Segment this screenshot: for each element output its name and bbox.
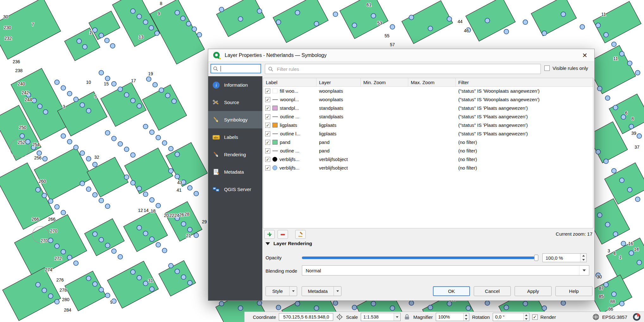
- map-point: [175, 152, 180, 157]
- map-point: [637, 134, 642, 139]
- rule-symbol-square[interactable]: [272, 123, 278, 127]
- map-point: [37, 151, 42, 156]
- rule-symbol-empty[interactable]: [272, 89, 278, 93]
- map-point: [61, 250, 66, 254]
- map-point: [99, 288, 104, 292]
- rule-symbol-square[interactable]: [272, 106, 278, 110]
- rule-symbol-line[interactable]: [272, 148, 278, 153]
- rule-checkbox[interactable]: ✓: [265, 123, 270, 128]
- opacity-spinbox[interactable]: 100,0 %: [542, 253, 587, 262]
- sidebar-item-source[interactable]: Source: [208, 94, 262, 111]
- cancel-button[interactable]: Cancel: [474, 286, 511, 296]
- map-point: [604, 282, 609, 287]
- rule-checkbox[interactable]: ✓: [265, 97, 270, 102]
- ok-button[interactable]: OK: [433, 286, 470, 296]
- spin-down-icon[interactable]: [580, 258, 586, 262]
- extent-tracking-icon[interactable]: [336, 313, 343, 320]
- blending-mode-select[interactable]: Normal: [302, 265, 589, 276]
- spin-down-icon[interactable]: [524, 317, 529, 321]
- map-point: [629, 124, 634, 129]
- map-point: [175, 10, 180, 15]
- edit-rule-button[interactable]: [295, 230, 306, 239]
- add-rule-button[interactable]: [264, 230, 275, 239]
- rotation-spinbox[interactable]: 0,0 °: [493, 313, 529, 321]
- rule-symbol-line[interactable]: [272, 114, 278, 119]
- lock-icon[interactable]: [403, 313, 410, 320]
- style-dropdown-icon[interactable]: [289, 287, 297, 296]
- sidebar-item-qgis-server[interactable]: QGIS Server: [208, 181, 262, 198]
- rule-row[interactable]: ✓outline l...ligplaats("status" IS 'Plaa…: [263, 129, 593, 138]
- rule-checkbox[interactable]: ✓: [265, 157, 270, 162]
- rule-checkbox[interactable]: ✓: [265, 114, 270, 119]
- globe-icon[interactable]: [592, 313, 599, 320]
- rule-row[interactable]: ✓outline ...standplaats("status" IS 'Pla…: [263, 112, 593, 121]
- map-point: [74, 261, 78, 266]
- rotation-label: Rotation: [472, 314, 490, 320]
- filter-rules-input[interactable]: [276, 66, 538, 72]
- spin-up-icon[interactable]: [580, 254, 586, 258]
- sidebar-item-symbology[interactable]: Symbology: [208, 111, 262, 128]
- opacity-slider-handle[interactable]: [534, 255, 538, 261]
- visible-rules-only[interactable]: Visible rules only: [544, 65, 588, 71]
- rule-label: outline ...: [280, 114, 299, 119]
- rule-row[interactable]: ✓fill woo...woonplaats("status" IS 'Woon…: [263, 87, 593, 95]
- sidebar-item-labels[interactable]: abcLabels: [208, 128, 262, 146]
- rule-checkbox[interactable]: ✓: [265, 89, 270, 94]
- style-button-label: Style: [266, 288, 289, 294]
- rule-symbol-square[interactable]: [272, 140, 278, 145]
- spin-down-icon[interactable]: [464, 317, 469, 321]
- magnifier-spinbox[interactable]: 100%: [436, 313, 469, 321]
- scale-combo[interactable]: 1:1.538: [361, 313, 401, 321]
- rule-checkbox[interactable]: ✓: [265, 165, 270, 170]
- rule-symbol-line[interactable]: [272, 131, 278, 136]
- map-point: [36, 188, 41, 192]
- rule-checkbox[interactable]: ✓: [265, 131, 270, 136]
- map-label: 30: [597, 274, 602, 279]
- rule-row[interactable]: ✓verblijfs...verblijfsobject(no filter): [263, 155, 593, 164]
- map-label: 22: [169, 213, 174, 218]
- rule-row[interactable]: ✓outline ...pand(no filter): [263, 146, 593, 155]
- map-label: 11: [601, 12, 606, 17]
- rule-checkbox[interactable]: ✓: [265, 148, 270, 153]
- sidebar-search-input[interactable]: [210, 64, 261, 73]
- rule-row[interactable]: ✓ligplaatsligplaats("status" IS 'Plaats …: [263, 121, 593, 129]
- style-button[interactable]: Style: [266, 286, 297, 296]
- rule-checkbox[interactable]: ✓: [265, 106, 270, 111]
- sidebar-item-information[interactable]: iInformation: [208, 76, 262, 94]
- qgis-server-icon: [212, 186, 220, 193]
- apply-button[interactable]: Apply: [515, 286, 552, 296]
- metadata-button[interactable]: Metadata: [302, 286, 341, 296]
- chevron-down-icon[interactable]: [394, 313, 400, 321]
- sidebar-item-metadata[interactable]: Metadata: [208, 163, 262, 181]
- map-point: [621, 241, 626, 246]
- metadata-dropdown-icon[interactable]: [334, 287, 341, 296]
- visible-rules-checkbox[interactable]: [544, 65, 550, 71]
- blending-mode-value: Normal: [306, 268, 321, 273]
- dialog-titlebar[interactable]: Layer Properties - Netherlands — Symbolo…: [208, 49, 594, 62]
- rule-row[interactable]: ✓pandpand(no filter): [263, 138, 593, 146]
- map-point: [219, 301, 224, 306]
- rule-row[interactable]: ✓verblijfs...verblijfsobject(no filter): [263, 164, 593, 172]
- rule-symbol-circle[interactable]: [272, 165, 277, 170]
- filter-rules-field[interactable]: [265, 64, 541, 74]
- rule-checkbox[interactable]: ✓: [265, 140, 270, 145]
- spin-up-icon[interactable]: [464, 313, 469, 317]
- rule-symbol-line[interactable]: [272, 97, 278, 102]
- map-label: 26: [179, 212, 184, 217]
- layer-rendering-header[interactable]: Layer Rendering: [266, 241, 312, 246]
- spin-up-icon[interactable]: [524, 313, 529, 317]
- help-button[interactable]: Help: [555, 286, 592, 296]
- map-point: [80, 151, 85, 156]
- map-point: [314, 22, 319, 26]
- render-checkbox[interactable]: ✓: [532, 314, 538, 320]
- crs-indicator[interactable]: EPSG:3857: [602, 314, 627, 320]
- close-icon[interactable]: ✕: [580, 52, 590, 59]
- messages-logo-icon[interactable]: [633, 313, 641, 321]
- rule-symbol-circle[interactable]: [272, 157, 277, 162]
- coordinate-input[interactable]: 570.125,5 6.815.948,0: [279, 313, 333, 321]
- opacity-slider[interactable]: [302, 255, 538, 261]
- sidebar-item-rendering[interactable]: Rendering: [208, 146, 262, 163]
- remove-rule-button[interactable]: [278, 230, 288, 239]
- rule-row[interactable]: ✓standpl...standplaats("status" IS 'Plaa…: [263, 104, 593, 112]
- rule-row[interactable]: ✓woonpl...woonplaats("status" IS 'Woonpl…: [263, 95, 593, 104]
